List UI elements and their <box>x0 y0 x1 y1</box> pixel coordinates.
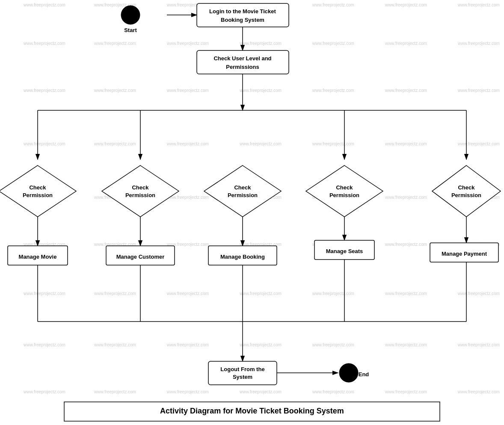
svg-text:www.freeprojectz.com: www.freeprojectz.com <box>23 342 65 347</box>
svg-text:www.freeprojectz.com: www.freeprojectz.com <box>457 41 500 46</box>
svg-text:www.freeprojectz.com: www.freeprojectz.com <box>312 88 354 93</box>
login-text-line2: Booking System <box>221 17 264 23</box>
svg-text:www.freeprojectz.com: www.freeprojectz.com <box>166 390 209 394</box>
svg-text:www.freeprojectz.com: www.freeprojectz.com <box>312 342 354 347</box>
svg-text:www.freeprojectz.com: www.freeprojectz.com <box>23 142 65 146</box>
diagram-container: www.freeprojectz.com www.freeprojectz.co… <box>0 0 504 425</box>
svg-text:www.freeprojectz.com: www.freeprojectz.com <box>385 41 427 46</box>
svg-text:www.freeprojectz.com: www.freeprojectz.com <box>239 390 282 394</box>
diamond4-text2: Permission <box>329 192 359 198</box>
manage-seats-text: Manage Seats <box>326 248 363 254</box>
svg-text:www.freeprojectz.com: www.freeprojectz.com <box>385 291 427 296</box>
svg-text:www.freeprojectz.com: www.freeprojectz.com <box>166 88 209 93</box>
diamond1-text1: Check <box>29 184 46 191</box>
diamond1 <box>0 165 76 217</box>
svg-text:www.freeprojectz.com: www.freeprojectz.com <box>239 142 282 146</box>
svg-text:www.freeprojectz.com: www.freeprojectz.com <box>239 88 282 93</box>
svg-text:www.freeprojectz.com: www.freeprojectz.com <box>23 390 65 394</box>
svg-text:www.freeprojectz.com: www.freeprojectz.com <box>385 342 427 347</box>
diamond3 <box>204 165 281 217</box>
login-text-line1: Login to the Movie Ticket <box>209 8 276 15</box>
manage-movie-text: Manage Movie <box>19 254 57 260</box>
svg-text:www.freeprojectz.com: www.freeprojectz.com <box>457 88 500 93</box>
svg-text:www.freeprojectz.com: www.freeprojectz.com <box>23 3 65 7</box>
manage-booking-text: Manage Booking <box>220 254 265 260</box>
svg-text:www.freeprojectz.com: www.freeprojectz.com <box>166 142 209 146</box>
diamond5-text1: Check <box>458 184 475 191</box>
svg-text:www.freeprojectz.com: www.freeprojectz.com <box>312 291 354 296</box>
diamond1-text2: Permission <box>23 192 53 198</box>
svg-text:www.freeprojectz.com: www.freeprojectz.com <box>457 342 500 347</box>
svg-text:www.freeprojectz.com: www.freeprojectz.com <box>239 41 282 46</box>
svg-text:www.freeprojectz.com: www.freeprojectz.com <box>166 291 209 296</box>
end-label: End <box>359 371 369 378</box>
diamond3-text2: Permission <box>228 192 258 198</box>
svg-text:www.freeprojectz.com: www.freeprojectz.com <box>239 342 282 347</box>
svg-text:www.freeprojectz.com: www.freeprojectz.com <box>457 291 500 296</box>
end-node <box>339 363 358 382</box>
svg-text:www.freeprojectz.com: www.freeprojectz.com <box>385 88 427 93</box>
svg-text:www.freeprojectz.com: www.freeprojectz.com <box>312 41 354 46</box>
svg-text:www.freeprojectz.com: www.freeprojectz.com <box>239 291 282 296</box>
svg-text:www.freeprojectz.com: www.freeprojectz.com <box>385 242 427 247</box>
diamond2-text1: Check <box>132 184 149 191</box>
check-user-level-node <box>197 50 289 74</box>
diamond4 <box>306 165 383 217</box>
svg-text:www.freeprojectz.com: www.freeprojectz.com <box>457 390 500 394</box>
svg-text:www.freeprojectz.com: www.freeprojectz.com <box>385 195 427 200</box>
diagram-title: Activity Diagram for Movie Ticket Bookin… <box>160 407 344 415</box>
diamond3-text1: Check <box>234 184 251 191</box>
svg-text:www.freeprojectz.com: www.freeprojectz.com <box>166 41 209 46</box>
diamond5 <box>432 165 501 217</box>
manage-customer-text: Manage Customer <box>116 254 165 260</box>
svg-text:www.freeprojectz.com: www.freeprojectz.com <box>94 41 136 46</box>
svg-text:www.freeprojectz.com: www.freeprojectz.com <box>457 3 500 7</box>
svg-text:www.freeprojectz.com: www.freeprojectz.com <box>94 390 136 394</box>
svg-text:www.freeprojectz.com: www.freeprojectz.com <box>166 195 209 200</box>
logout-text2: System <box>233 374 252 380</box>
start-node <box>121 6 140 24</box>
svg-text:www.freeprojectz.com: www.freeprojectz.com <box>23 291 65 296</box>
diamond5-text2: Permission <box>451 192 481 198</box>
diamond4-text1: Check <box>336 184 353 191</box>
svg-text:www.freeprojectz.com: www.freeprojectz.com <box>23 41 65 46</box>
svg-text:www.freeprojectz.com: www.freeprojectz.com <box>457 142 500 146</box>
svg-text:www.freeprojectz.com: www.freeprojectz.com <box>385 390 427 394</box>
svg-text:www.freeprojectz.com: www.freeprojectz.com <box>312 142 354 146</box>
svg-text:www.freeprojectz.com: www.freeprojectz.com <box>23 88 65 93</box>
svg-text:www.freeprojectz.com: www.freeprojectz.com <box>94 342 136 347</box>
check-user-level-text1: Check User Level and <box>213 55 271 62</box>
diamond2 <box>102 165 179 217</box>
svg-text:www.freeprojectz.com: www.freeprojectz.com <box>94 291 136 296</box>
logout-text1: Logout From the <box>220 366 264 372</box>
svg-text:www.freeprojectz.com: www.freeprojectz.com <box>94 142 136 146</box>
svg-text:www.freeprojectz.com: www.freeprojectz.com <box>312 3 354 7</box>
svg-text:www.freeprojectz.com: www.freeprojectz.com <box>94 88 136 93</box>
login-node <box>197 3 289 27</box>
svg-text:www.freeprojectz.com: www.freeprojectz.com <box>312 390 354 394</box>
manage-payment-text: Manage Payment <box>442 251 487 257</box>
svg-text:www.freeprojectz.com: www.freeprojectz.com <box>385 3 427 7</box>
svg-text:www.freeprojectz.com: www.freeprojectz.com <box>385 142 427 146</box>
svg-text:www.freeprojectz.com: www.freeprojectz.com <box>166 342 209 347</box>
check-user-level-text2: Permissions <box>226 64 259 70</box>
diamond2-text2: Permission <box>125 192 155 198</box>
logout-node <box>208 361 277 385</box>
start-label: Start <box>124 27 137 33</box>
